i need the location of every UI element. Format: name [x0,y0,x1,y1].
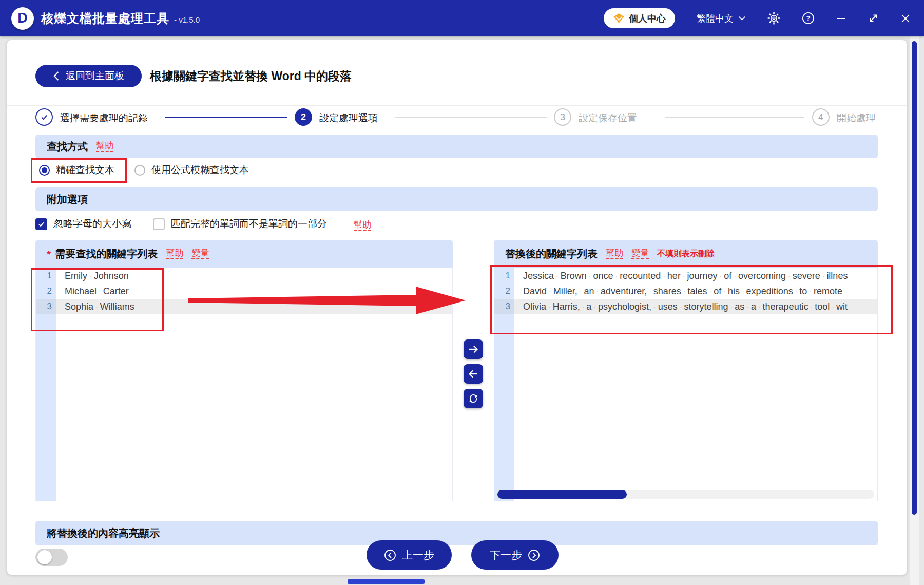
word: overcoming [738,271,786,281]
word: Williams [100,301,134,312]
extra-options-banner: 附加選項 [35,187,878,211]
find-help-link[interactable]: 幫助 [166,249,183,259]
find-variable-link[interactable]: 變量 [191,249,209,259]
step-circle-4[interactable]: 4 [812,108,830,126]
app-version: - v1.5.0 [174,15,200,24]
help-icon[interactable]: ? [802,12,815,25]
replace-variable-link[interactable]: 變量 [631,249,649,259]
step-label-2: 設定處理選項 [319,111,378,125]
svg-text:?: ? [806,14,810,22]
space-marker: · [99,287,101,295]
space-marker: · [649,287,651,295]
circle-chevron-right-icon [528,549,540,561]
checkbox-label-1: 忽略字母的大小寫 [53,217,131,231]
account-center-button[interactable]: 個人中心 [604,8,675,28]
word: recounted [620,271,661,281]
list-item-text: David·Miller,·an·adventurer,·shares·tale… [514,284,877,299]
word: as [735,301,744,312]
search-mode-help-link[interactable]: 幫助 [96,141,113,152]
close-icon[interactable] [900,13,911,24]
replace-hscrollbar-thumb[interactable] [497,490,627,499]
word: severe [793,271,820,281]
language-selector[interactable]: 繁體中文 [697,12,746,25]
step-circle-1[interactable] [35,108,53,126]
word: journey [687,271,718,281]
replace-hscrollbar-track[interactable] [497,490,874,499]
word: of [724,271,732,281]
radio-option-2[interactable]: 使用公式模糊查找文本 [134,163,249,177]
step-label-4: 開始處理 [837,111,876,125]
search-mode-banner: 查找方式 幫助 [35,135,878,158]
word: once [593,271,613,281]
previous-step-label: 上一步 [402,548,434,562]
step-circle-2[interactable]: 2 [295,108,312,126]
space-marker: · [746,303,749,311]
highlight-toggle[interactable] [35,549,68,566]
replace-list-row[interactable]: 1Jessica·Brown·once·recounted·her·journe… [494,268,877,284]
settings-gear-icon[interactable] [767,12,780,25]
arrow-right-icon [467,343,479,355]
word: Miller, [553,286,578,297]
space-marker: · [822,272,825,280]
radio-label-2: 使用公式模糊查找文本 [151,163,249,177]
window-scrollbar-thumb[interactable] [912,41,917,515]
checkbox-unchecked-icon[interactable] [153,218,165,230]
line-number: 2 [494,284,514,299]
word: a [751,301,756,312]
find-list-row[interactable]: 1Emily·Johnson [36,268,452,284]
next-step-button[interactable]: 下一步 [471,540,559,570]
radio-unselected-icon[interactable] [134,165,145,176]
refresh-icon [467,392,480,405]
gem-icon [613,13,625,24]
space-marker: · [663,272,665,280]
word: Olivia [523,301,546,312]
checkbox-option-1[interactable]: 忽略字母的大小寫 [35,217,131,231]
highlight-title: 將替換後的內容高亮顯示 [47,526,160,540]
move-right-button[interactable] [464,339,483,359]
replace-list-editor[interactable]: 1Jessica·Brown·once·recounted·her·journe… [494,268,878,501]
minimize-icon[interactable] [836,13,846,24]
space-marker: · [720,272,722,280]
line-number: 1 [36,268,56,284]
checkbox-option-2[interactable]: 匹配完整的單詞而不是單詞的一部分 [153,217,327,231]
back-to-dashboard-button[interactable]: 返回到主面板 [35,65,142,87]
arrow-left-icon [467,368,479,380]
list-item-text: Michael·Carter [56,284,452,299]
line-number: 3 [36,299,56,314]
radio-selected-icon[interactable] [39,165,50,176]
swap-refresh-button[interactable] [464,389,483,408]
space-marker: · [680,303,682,311]
word: storytelling [684,301,728,312]
language-label: 繁體中文 [697,12,734,25]
chevron-left-icon [53,71,60,81]
previous-step-button[interactable]: 上一步 [367,540,452,570]
extra-options-help-link[interactable]: 幫助 [354,220,371,231]
replace-list-row[interactable]: 2David·Miller,·an·adventurer,·shares·tal… [494,284,877,299]
page-title: 根據關鍵字查找並替換 Word 中的段落 [150,68,352,84]
space-marker: · [615,272,618,280]
word: tales [688,286,707,297]
move-left-button[interactable] [464,364,483,384]
step-circle-3[interactable]: 3 [554,108,571,126]
replace-list-row[interactable]: 3Olivia·Harris,·a·psychologist,·uses·sto… [494,299,877,314]
find-panel-header: * 需要查找的關鍵字列表 幫助 變量 [35,240,453,268]
word: Sophia [65,301,93,312]
word: Brown [561,271,587,281]
word: adventurer, [601,286,647,297]
checkbox-checked-icon[interactable] [35,218,47,230]
find-list-row[interactable]: 3Sophia·Williams [36,299,452,314]
replace-empty-note: 不填則表示刪除 [657,249,715,259]
find-list-row[interactable]: 2Michael·Carter [36,284,452,299]
radio-option-1[interactable]: 精確查找文本 [39,163,114,177]
maximize-icon[interactable] [868,13,879,24]
replace-help-link[interactable]: 幫助 [606,249,623,259]
space-marker: · [95,303,98,311]
line-number: 3 [494,299,514,314]
step-label-1: 選擇需要處理的記錄 [60,111,148,125]
word: David [523,286,547,297]
radio-dot [42,167,47,173]
word: Carter [103,286,129,297]
find-list-editor[interactable]: 1Emily·Johnson2Michael·Carter3Sophia·Wil… [35,268,453,501]
space-marker: · [556,272,559,280]
step-connector-3 [665,117,804,118]
